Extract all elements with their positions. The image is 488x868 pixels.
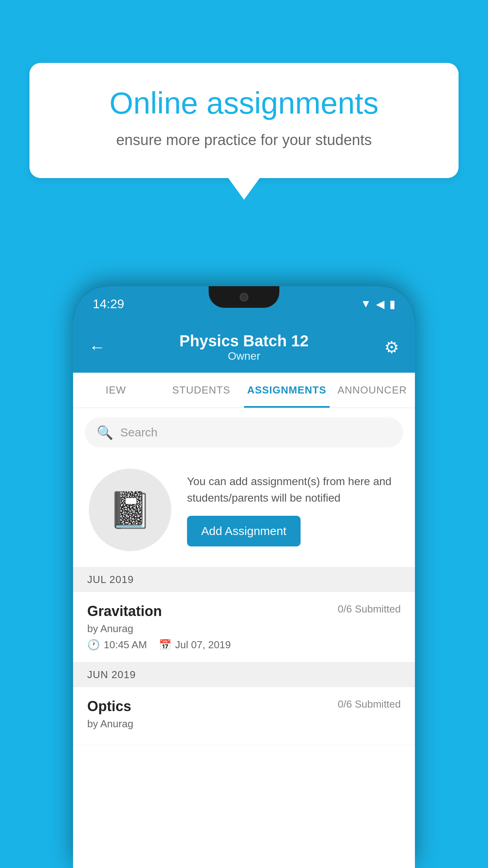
assignment-by-optics: by Anurag — [87, 718, 401, 730]
settings-button[interactable]: ⚙ — [384, 338, 399, 357]
notebook-icon: 📓 — [108, 489, 152, 531]
speech-bubble: Online assignments ensure more practice … — [29, 63, 459, 178]
app-content: 🔍 Search 📓 You can add assignment(s) fro… — [73, 408, 415, 868]
add-assignment-button[interactable]: Add Assignment — [187, 516, 301, 546]
search-icon: 🔍 — [97, 425, 113, 440]
assignment-info: You can add assignment(s) from here and … — [187, 473, 399, 546]
assignment-submitted-optics: 0/6 Submitted — [338, 698, 401, 710]
signal-icon: ◀ — [376, 298, 385, 311]
assignment-date: Jul 07, 2019 — [175, 639, 231, 651]
assignment-by: by Anurag — [87, 623, 401, 635]
phone-status-icons: ▼ ◀ ▮ — [360, 298, 395, 311]
tab-assignments[interactable]: ASSIGNMENTS — [244, 373, 330, 408]
status-bar: 14:29 ▼ ◀ ▮ — [73, 286, 415, 322]
assignment-name-optics: Optics — [87, 698, 131, 715]
header-subtitle: Owner — [179, 350, 308, 362]
tab-announcements[interactable]: ANNOUNCER — [330, 373, 415, 408]
calendar-icon: 📅 — [159, 639, 171, 651]
tab-students[interactable]: STUDENTS — [159, 373, 244, 408]
meta-time: 🕐 10:45 AM — [87, 639, 147, 651]
phone-frame: 14:29 ▼ ◀ ▮ ← Physics Batch 12 Owner ⚙ I… — [73, 286, 415, 868]
section-header-jul: JUL 2019 — [73, 567, 415, 592]
assignment-item-row1: Gravitation 0/6 Submitted — [87, 603, 401, 620]
battery-icon: ▮ — [389, 298, 395, 311]
section-header-jun: JUN 2019 — [73, 662, 415, 687]
clock-icon: 🕐 — [87, 639, 100, 651]
tab-bar: IEW STUDENTS ASSIGNMENTS ANNOUNCER — [73, 373, 415, 408]
assignment-item-optics[interactable]: Optics 0/6 Submitted by Anurag — [73, 687, 415, 745]
speech-bubble-container: Online assignments ensure more practice … — [29, 63, 459, 200]
assignment-name: Gravitation — [87, 603, 162, 620]
wifi-icon: ▼ — [360, 298, 371, 310]
phone-camera — [240, 293, 248, 302]
search-placeholder: Search — [120, 426, 158, 439]
add-assignment-section: 📓 You can add assignment(s) from here an… — [73, 457, 415, 567]
speech-bubble-subtitle: ensure more practice for your students — [61, 130, 427, 151]
assignment-item-row1-optics: Optics 0/6 Submitted — [87, 698, 401, 715]
search-bar[interactable]: 🔍 Search — [85, 417, 403, 447]
assignment-time: 10:45 AM — [104, 639, 147, 651]
assignment-info-text: You can add assignment(s) from here and … — [187, 473, 399, 506]
assignment-submitted: 0/6 Submitted — [338, 603, 401, 615]
assignment-icon-circle: 📓 — [89, 469, 171, 551]
tab-iew[interactable]: IEW — [73, 373, 159, 408]
header-title-group: Physics Batch 12 Owner — [179, 332, 308, 362]
phone-time: 14:29 — [93, 297, 124, 311]
meta-date: 📅 Jul 07, 2019 — [159, 639, 231, 651]
speech-bubble-title: Online assignments — [61, 86, 427, 120]
speech-bubble-arrow — [228, 178, 260, 200]
assignment-meta: 🕐 10:45 AM 📅 Jul 07, 2019 — [87, 639, 401, 651]
header-title: Physics Batch 12 — [179, 332, 308, 350]
assignment-item-gravitation[interactable]: Gravitation 0/6 Submitted by Anurag 🕐 10… — [73, 592, 415, 662]
phone-notch — [209, 286, 279, 308]
back-button[interactable]: ← — [89, 338, 105, 357]
app-header: ← Physics Batch 12 Owner ⚙ — [73, 322, 415, 373]
